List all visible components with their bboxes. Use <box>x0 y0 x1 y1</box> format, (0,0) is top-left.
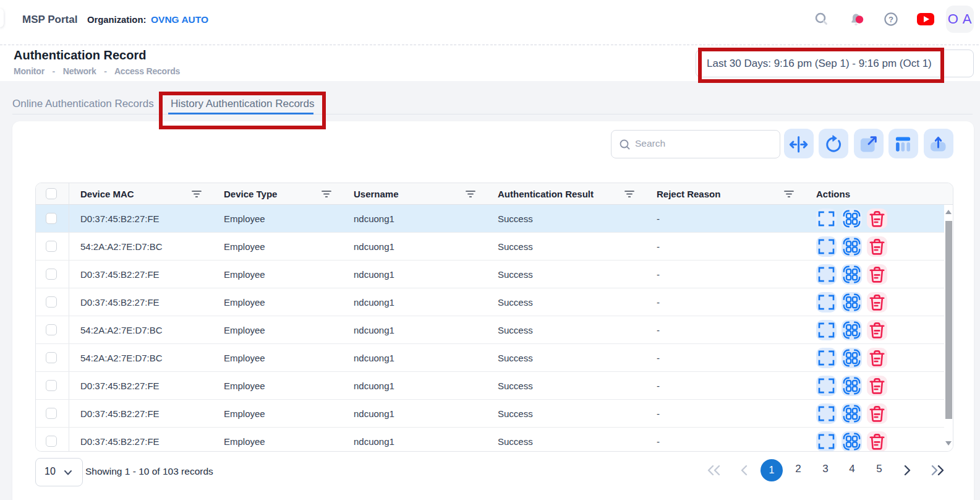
svg-text:?: ? <box>888 15 893 24</box>
